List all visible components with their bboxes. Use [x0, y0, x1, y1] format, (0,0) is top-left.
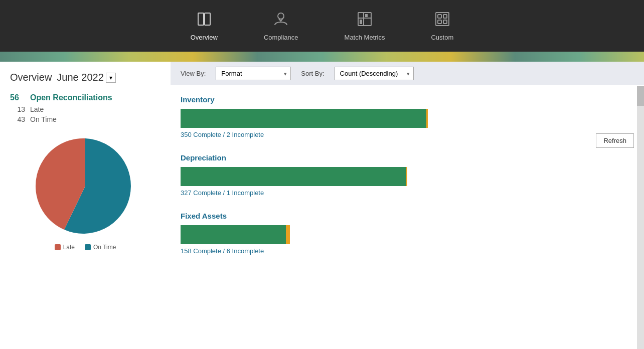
content-area: Inventory 350 Complete / 2 Incomplete De… [171, 85, 644, 348]
pie-chart-container: Late On Time [10, 133, 160, 251]
refresh-button[interactable]: Refresh [596, 133, 634, 148]
sort-by-label: Sort By: [301, 70, 324, 77]
ontime-stat: 43 On Time [10, 115, 160, 123]
legend-dot-late [55, 244, 61, 250]
decorative-banner [0, 52, 644, 62]
date-selector: June 2022 ▾ [57, 72, 115, 83]
legend-late: Late [55, 244, 75, 251]
page-header: Overview June 2022 ▾ [10, 72, 160, 83]
refresh-button-container: Refresh [596, 133, 634, 148]
bar-container-depreciation [181, 167, 634, 186]
recon-item-inventory: Inventory 350 Complete / 2 Incomplete [181, 95, 634, 138]
bar-incomplete-fixed-assets [286, 225, 290, 244]
open-reconciliations-stat: 56 Open Reconciliations [10, 93, 160, 102]
right-panel: View By: Format Sort By: Count (Descendi… [171, 62, 644, 349]
sort-by-select-wrapper: Count (Descending) [335, 67, 414, 80]
page-title: Overview [10, 72, 52, 83]
recon-title-inventory: Inventory [181, 95, 634, 104]
svg-rect-10 [443, 15, 447, 18]
nav-item-compliance[interactable]: Compliance [256, 7, 306, 45]
pie-chart [33, 133, 138, 239]
custom-icon [434, 11, 450, 31]
date-label: June 2022 [57, 72, 103, 83]
bar-incomplete-depreciation [406, 167, 407, 186]
legend-late-label: Late [63, 244, 75, 251]
bar-incomplete-inventory [426, 109, 428, 128]
open-count: 56 [10, 93, 25, 102]
nav-item-match-metrics[interactable]: Match Metrics [337, 7, 393, 45]
svg-rect-6 [360, 20, 362, 24]
sort-by-select[interactable]: Count (Descending) [335, 67, 414, 80]
bar-complete-inventory [181, 109, 426, 128]
main-area: Overview June 2022 ▾ 56 Open Reconciliat… [0, 62, 644, 349]
scrollbar-thumb[interactable] [637, 86, 644, 106]
late-stat: 13 Late [10, 105, 160, 113]
nav-label-match-metrics: Match Metrics [345, 34, 385, 41]
ontime-label: On Time [30, 115, 57, 123]
recon-title-fixed-assets: Fixed Assets [181, 212, 634, 220]
compliance-icon [273, 11, 289, 31]
svg-rect-9 [438, 15, 441, 18]
bar-wrapper-depreciation [181, 167, 407, 186]
date-dropdown-button[interactable]: ▾ [106, 73, 116, 83]
left-panel: Overview June 2022 ▾ 56 Open Reconciliat… [0, 62, 171, 349]
recon-item-fixed-assets: Fixed Assets 158 Complete / 6 Incomplete [181, 212, 634, 255]
filter-bar: View By: Format Sort By: Count (Descendi… [171, 62, 644, 85]
legend-dot-ontime [85, 244, 91, 250]
bar-wrapper-fixed-assets [181, 225, 290, 244]
scrollbar[interactable] [637, 86, 644, 349]
overview-icon [196, 11, 212, 31]
legend-ontime-label: On Time [93, 244, 116, 251]
bar-complete-fixed-assets [181, 225, 286, 244]
svg-rect-1 [205, 13, 210, 25]
bar-complete-depreciation [181, 167, 406, 186]
view-by-select[interactable]: Format [216, 67, 291, 80]
nav-item-overview[interactable]: Overview [183, 7, 226, 45]
late-count: 13 [10, 105, 25, 113]
recon-title-depreciation: Depreciation [181, 153, 634, 162]
nav-label-compliance: Compliance [264, 34, 298, 41]
svg-rect-0 [198, 13, 204, 25]
stats-section: 56 Open Reconciliations 13 Late 43 On Ti… [10, 93, 160, 123]
nav-item-custom[interactable]: Custom [423, 7, 461, 45]
bar-wrapper-inventory [181, 109, 428, 128]
ontime-count: 43 [10, 115, 25, 123]
open-label: Open Reconciliations [30, 93, 112, 102]
nav-label-overview: Overview [191, 34, 218, 41]
view-by-label: View By: [181, 70, 206, 77]
svg-rect-7 [365, 14, 368, 17]
recon-stats-inventory: 350 Complete / 2 Incomplete [181, 131, 634, 138]
view-by-select-wrapper: Format [216, 67, 291, 80]
svg-rect-11 [438, 20, 441, 24]
svg-rect-12 [443, 20, 447, 24]
recon-stats-depreciation: 327 Complete / 1 Incomplete [181, 189, 634, 197]
bar-container-inventory [181, 109, 634, 128]
match-metrics-icon [357, 11, 373, 31]
bar-container-fixed-assets [181, 225, 634, 244]
top-navigation: Overview Compliance Match Metrics [0, 0, 644, 52]
recon-stats-fixed-assets: 158 Complete / 6 Incomplete [181, 247, 634, 255]
recon-item-depreciation: Depreciation 327 Complete / 1 Incomplete [181, 153, 634, 197]
pie-legend: Late On Time [55, 244, 116, 251]
legend-ontime: On Time [85, 244, 116, 251]
nav-label-custom: Custom [431, 34, 453, 41]
late-label: Late [30, 105, 44, 113]
